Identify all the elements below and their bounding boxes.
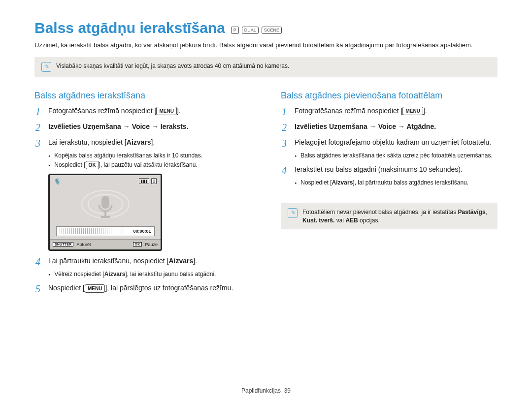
txt: Fotografēšanas režīmā nospiediet [ — [295, 107, 402, 115]
left-step-4: 4 Lai pārtrauktu ierakstīšanu, nospiedie… — [34, 256, 251, 268]
note-bottom-text: Fotoattēliem nevar pievienot balss atgād… — [302, 208, 491, 225]
footer-page: 39 — [284, 387, 291, 394]
bullet: Vēlreiz nospiediet [Aizvars], lai ieraks… — [48, 270, 251, 279]
step-number: 2 — [34, 122, 41, 133]
txt: ]. — [177, 107, 181, 115]
right-step-1: 1 Fotografēšanas režīmā nospiediet [MENU… — [281, 106, 498, 118]
lcd-bottom-bar: SHUTTER Apturēt OK Pauze — [50, 239, 161, 249]
step-text: Pielāgojiet fotografējamo objektu kadram… — [295, 137, 491, 148]
mode-icons: P DUAL SCENE — [231, 27, 282, 34]
note-top-text: Vislabāko skaņas kvalitāti var iegūt, ja… — [56, 62, 289, 70]
left-step-2: 2 Izvēlieties Uzņemšana → Voice → Ieraks… — [34, 122, 251, 133]
step-number: 2 — [281, 122, 288, 133]
left-step-1: 1 Fotografēšanas režīmā nospiediet [MENU… — [34, 106, 251, 118]
intro-text: Uzziniet, kā ierakstīt balss atgādni, ko… — [34, 40, 498, 50]
page-title: Balss atgādņu ierakstīšana — [34, 20, 225, 36]
step-text: Izvēlieties Uzņemšana → Voice → Ieraksts… — [48, 122, 189, 132]
pause-label: Pauze — [145, 242, 158, 247]
left-step-5: 5 Nospiediet [MENU], lai pārslēgtos uz f… — [34, 283, 251, 295]
rec-progress: 00:00:01 — [56, 226, 155, 236]
right-step-3-bullets: Balss atgādnes ierakstīšana tiek sākta u… — [295, 151, 498, 160]
right-step-4: 4 Ierakstiet īsu balss atgādni (maksimum… — [281, 164, 498, 176]
menu-button-label: MENU — [402, 107, 423, 115]
txt: ]. — [423, 107, 427, 115]
left-heading: Balss atgādnes ierakstīšana — [34, 91, 251, 101]
step-text: Lai ierakstītu, nospiediet [Aizvars]. — [48, 137, 155, 148]
menu-button-label: MENU — [156, 107, 176, 115]
microphone-icon — [78, 187, 133, 224]
bullet: Nospiediet [Aizvars], lai pārtrauktu bal… — [295, 178, 498, 187]
step-text: Lai pārtrauktu ierakstīšanu, nospiediet … — [48, 256, 197, 266]
right-heading: Balss atgādnes pievienošana fotoattēlam — [281, 91, 498, 101]
step-number: 3 — [281, 137, 288, 149]
bold-text: Izvēlieties Uzņemšana → Voice → Ieraksts… — [48, 123, 189, 130]
txt: Nospiediet [ — [48, 284, 85, 292]
battery-icon: ▮▮▮ — [139, 178, 149, 184]
svg-rect-3 — [104, 211, 106, 216]
mode-icon-dual: DUAL — [242, 27, 259, 34]
note-icon: ✎ — [288, 208, 298, 218]
svg-rect-4 — [100, 216, 110, 218]
step-number: 1 — [281, 106, 288, 118]
mic-indicator-icon: 🎙️ — [54, 178, 61, 185]
mode-icon-p: P — [231, 27, 239, 34]
txt: Fotografēšanas režīmā nospiediet [ — [48, 107, 156, 115]
ok-button-label: OK — [86, 161, 99, 169]
rec-time: 00:00:01 — [133, 229, 151, 234]
step-number: 1 — [34, 106, 41, 118]
columns: Balss atgādnes ierakstīšana 1 Fotografēš… — [34, 91, 498, 297]
shutter-key-label: SHUTTER — [53, 242, 73, 247]
bullet: Kopējais balss atgādņu ierakstīšanas lai… — [48, 151, 251, 160]
col-right: Balss atgādnes pievienošana fotoattēlam … — [281, 91, 498, 297]
step-number: 3 — [34, 137, 41, 149]
step-number: 4 — [34, 256, 41, 268]
page: Balss atgādņu ierakstīšana P DUAL SCENE … — [0, 0, 532, 401]
left-step-3-bullets: Kopējais balss atgādņu ierakstīšanas lai… — [48, 151, 251, 170]
mode-icon-scene: SCENE — [262, 27, 282, 34]
left-step-3: 3 Lai ierakstītu, nospiediet [Aizvars]. — [34, 137, 251, 149]
menu-button-label: MENU — [85, 284, 105, 293]
bullet: Nospiediet [OK], lai pauzētu vai atsāktu… — [48, 160, 251, 170]
lcd-status-icons: ▮▮▮ ▯ — [139, 178, 157, 184]
col-left: Balss atgādnes ierakstīšana 1 Fotografēš… — [34, 91, 251, 297]
ok-key-label: OK — [133, 242, 142, 247]
right-step-4-bullets: Nospiediet [Aizvars], lai pārtrauktu bal… — [295, 178, 498, 187]
lcd-screen: 🎙️ ▮▮▮ ▯ 00:00:01 — [48, 174, 162, 251]
title-row: Balss atgādņu ierakstīšana P DUAL SCENE — [34, 20, 498, 36]
right-step-3: 3 Pielāgojiet fotografējamo objektu kadr… — [281, 137, 498, 149]
bullet: Balss atgādnes ierakstīšana tiek sākta u… — [295, 151, 498, 160]
note-top: ✎ Vislabāko skaņas kvalitāti var iegūt, … — [34, 57, 498, 77]
step-text: Fotografēšanas režīmā nospiediet [MENU]. — [295, 106, 427, 116]
step-text: Izvēlieties Uzņemšana → Voice → Atgādne. — [295, 122, 436, 132]
step-text: Ierakstiet īsu balss atgādni (maksimums … — [295, 164, 463, 175]
card-icon: ▯ — [151, 178, 157, 184]
txt: ], lai pārslēgtos uz fotografēšanas režī… — [105, 284, 233, 292]
lcd-body: 🎙️ ▮▮▮ ▯ 00:00:01 — [50, 175, 161, 239]
stop-label: Apturēt — [76, 242, 91, 247]
svg-rect-2 — [101, 196, 109, 209]
left-step-4-bullets: Vēlreiz nospiediet [Aizvars], lai ieraks… — [48, 270, 251, 279]
step-text: Fotografēšanas režīmā nospiediet [MENU]. — [48, 106, 181, 116]
note-bottom: ✎ Fotoattēliem nevar pievienot balss atg… — [281, 203, 498, 230]
page-footer: Papildfunkcijas 39 — [0, 387, 532, 394]
note-icon: ✎ — [41, 62, 51, 72]
footer-label: Papildfunkcijas — [241, 387, 281, 394]
bold-text: Izvēlieties Uzņemšana → Voice → Atgādne. — [295, 123, 436, 130]
right-step-2: 2 Izvēlieties Uzņemšana → Voice → Atgādn… — [281, 122, 498, 133]
step-number: 5 — [34, 283, 41, 295]
step-text: Nospiediet [MENU], lai pārslēgtos uz fot… — [48, 283, 233, 293]
step-number: 4 — [281, 164, 288, 176]
